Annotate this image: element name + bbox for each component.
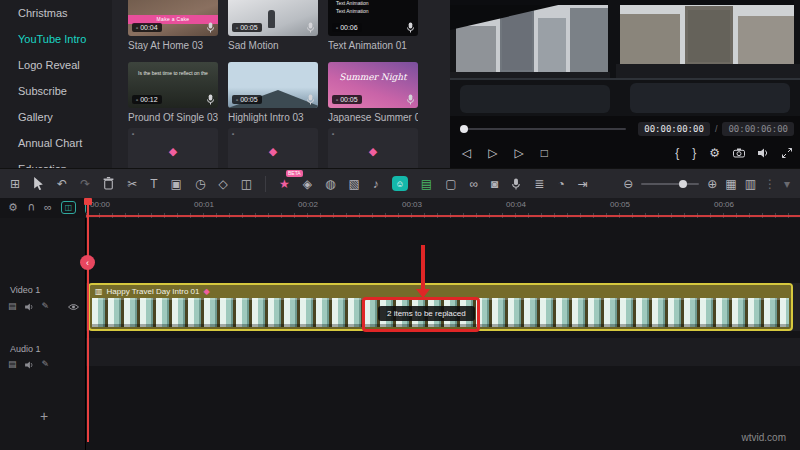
track-fx-icon[interactable]: ✎ <box>42 360 50 369</box>
template-card[interactable]: Is the best time to reflect on the ▫00:1… <box>128 62 218 123</box>
template-name: Stay At Home 03 <box>128 40 218 51</box>
template-thumbnail[interactable]: Text Animation Text Animation Text Anima… <box>328 0 418 36</box>
playback-settings-icon[interactable]: ⚙ <box>709 147 720 159</box>
track-mute-icon[interactable] <box>25 361 34 369</box>
sidebar-item-annual-chart[interactable]: Annual Chart <box>0 130 112 156</box>
ruler-label: 00:05 <box>610 200 630 209</box>
add-track-button[interactable]: + <box>40 408 48 424</box>
pip-icon[interactable]: ▢ <box>445 178 456 190</box>
timeline-clip[interactable]: ▥ Happy Travel Day Intro 01 ◆ 2 items to… <box>88 283 793 331</box>
track-visibility-eye-icon[interactable] <box>68 303 79 311</box>
template-card[interactable]: Make a Cake ▫00:04 Stay At Home 03 <box>128 0 218 51</box>
speed-icon[interactable]: ◷ <box>195 178 205 190</box>
snapshot-camera-icon[interactable] <box>733 148 745 158</box>
speed-meter-icon[interactable]: ◔ <box>557 178 564 190</box>
track-folder-icon[interactable]: ▤ <box>8 302 17 311</box>
mic-icon[interactable] <box>406 22 415 33</box>
playhead[interactable] <box>87 198 89 442</box>
track-fx-icon[interactable]: ✎ <box>42 302 50 311</box>
more-options-icon[interactable]: ⋮ <box>764 178 776 190</box>
audio-icon[interactable]: ♪ <box>373 178 379 190</box>
export-frame-icon[interactable]: ⇥ <box>578 178 588 190</box>
template-thumbnail[interactable]: Summer Night ▫00:05 <box>328 62 418 108</box>
timeline-settings-icon[interactable]: ⚙ <box>8 202 18 213</box>
magnet-snap-icon[interactable]: ∪ <box>27 202 35 213</box>
image-tag-icon: ▫ <box>336 97 338 103</box>
fullscreen-icon[interactable] <box>782 148 792 158</box>
image-tag-icon: ▫ <box>336 25 338 31</box>
duration-badge: ▫00:12 <box>132 95 162 104</box>
track-folder-icon[interactable]: ▤ <box>8 360 17 369</box>
sidebar-item-youtube-intro[interactable]: YouTube Intro <box>0 26 112 52</box>
template-card[interactable]: Summer Night ▫00:05 Japanese Summer 04 <box>328 62 418 123</box>
track-mute-icon[interactable] <box>25 303 34 311</box>
link-icon[interactable]: ∞ <box>44 202 52 213</box>
preview-video[interactable] <box>450 0 800 116</box>
zoom-slider-handle[interactable] <box>679 180 687 188</box>
template-grid: Make a Cake ▫00:04 Stay At Home 03 ▫00:0… <box>112 0 450 168</box>
caret-down-icon[interactable]: ▾ <box>784 178 790 190</box>
mic-icon[interactable] <box>306 22 315 33</box>
effects-icon[interactable]: ◈ <box>303 178 312 190</box>
template-thumbnail[interactable]: ▫00:05 <box>228 62 318 108</box>
snap-toggle-badge[interactable]: ◫ <box>61 201 77 214</box>
text-tool-icon[interactable]: T <box>150 178 157 190</box>
smart-cutout-icon[interactable]: ☺ <box>392 176 408 191</box>
redo-icon[interactable]: ↷ <box>80 178 90 190</box>
keyframe-icon[interactable]: ◇ <box>218 178 227 190</box>
mic-icon[interactable] <box>206 94 215 105</box>
zoom-in-icon[interactable]: ⊕ <box>707 178 717 190</box>
mask-icon[interactable]: ◙ <box>491 178 498 190</box>
seek-bar[interactable] <box>460 128 626 130</box>
template-card[interactable]: ▫00:05 Highlight Intro 03 <box>228 62 318 123</box>
template-name: Japanese Summer 04 <box>328 112 418 123</box>
green-screen-icon[interactable]: ▤ <box>421 178 432 190</box>
sticker-icon[interactable]: ◍ <box>325 178 335 190</box>
template-card[interactable]: ▫00:05 Sad Motion <box>228 0 318 51</box>
select-cursor-icon[interactable] <box>33 177 44 190</box>
volume-icon[interactable] <box>758 148 769 158</box>
split-icon[interactable]: ◫ <box>241 178 252 190</box>
link-clip-icon[interactable]: ∞ <box>470 178 479 190</box>
mark-in-icon[interactable]: { <box>675 147 679 159</box>
ai-portrait-icon[interactable]: ★BETA <box>279 178 290 190</box>
voiceover-mic-icon[interactable] <box>511 178 521 190</box>
cut-icon[interactable]: ✂ <box>127 178 137 190</box>
stop-button[interactable]: □ <box>541 147 548 159</box>
seek-handle[interactable] <box>460 125 468 133</box>
zoom-slider[interactable] <box>641 183 699 185</box>
transition-icon[interactable]: ▧ <box>348 178 359 190</box>
template-thumbnail[interactable]: ▫00:05 <box>228 0 318 36</box>
crop-icon[interactable]: ▣ <box>171 178 182 190</box>
media-library-icon[interactable]: ⊞ <box>10 178 20 190</box>
clip-title: Happy Travel Day Intro 01 <box>107 287 200 296</box>
panel-layout-alt-icon[interactable]: ▥ <box>745 178 756 190</box>
delete-icon[interactable] <box>103 177 114 190</box>
template-name: Sad Motion <box>228 40 318 51</box>
mark-out-icon[interactable]: } <box>692 147 696 159</box>
mic-icon[interactable] <box>406 94 415 105</box>
play-button[interactable]: ▷ <box>488 147 497 159</box>
template-card[interactable]: ▫◆ <box>328 128 418 168</box>
template-card[interactable]: Text Animation Text Animation Text Anima… <box>328 0 418 51</box>
zoom-out-icon[interactable]: ⊖ <box>623 178 633 190</box>
sidebar-item-christmas[interactable]: Christmas <box>0 0 112 26</box>
undo-icon[interactable]: ↶ <box>57 178 67 190</box>
previous-frame-button[interactable]: ◁ <box>462 147 471 159</box>
sidebar-item-gallery[interactable]: Gallery <box>0 104 112 130</box>
next-frame-button[interactable]: ▷ <box>514 147 523 159</box>
mic-icon[interactable] <box>206 22 215 33</box>
template-thumbnail[interactable]: Make a Cake ▫00:04 <box>128 0 218 36</box>
panel-layout-icon[interactable]: ▦ <box>725 178 736 190</box>
template-card[interactable]: ▫◆ <box>228 128 318 168</box>
timecode-separator: / <box>715 124 718 134</box>
template-card[interactable]: ▫◆ <box>128 128 218 168</box>
playhead-handle[interactable]: ‹ <box>80 255 95 270</box>
sidebar-item-logo-reveal[interactable]: Logo Reveal <box>0 52 112 78</box>
template-thumbnail[interactable]: Is the best time to reflect on the ▫00:1… <box>128 62 218 108</box>
sidebar-item-subscribe[interactable]: Subscribe <box>0 78 112 104</box>
mic-icon[interactable] <box>306 94 315 105</box>
audio-track-lane[interactable] <box>86 338 800 366</box>
audio-mixer-icon[interactable]: ≣ <box>534 178 544 190</box>
sidebar-item-education[interactable]: Education <box>0 156 112 168</box>
